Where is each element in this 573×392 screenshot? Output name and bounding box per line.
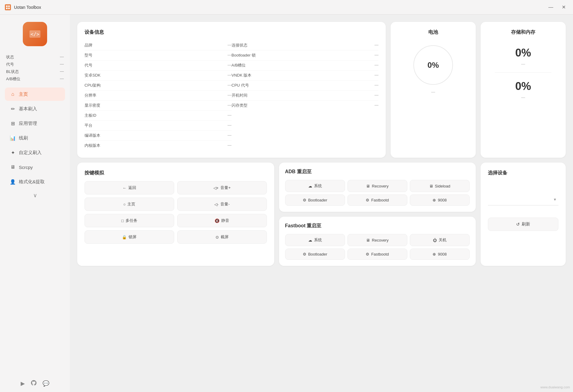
home-icon: ⌂ [10, 91, 16, 97]
sidebar-item-home[interactable]: ⌂ 主页 [5, 88, 65, 101]
fastboot-reboot-9008-button[interactable]: ⊕ 9008 [410, 249, 470, 260]
key-grid: ← 返回 ◁+ 音量+ ○ 主页 ◁- 音量- [85, 181, 267, 244]
status-label: 状态 [6, 54, 14, 60]
fastboot-reboot-recovery-button[interactable]: 🖥 Recovery [347, 234, 407, 246]
battery-percent: 0% [413, 45, 453, 85]
apps-icon: ⊞ [10, 120, 16, 126]
key-mute-button[interactable]: 🔇 静音 [177, 214, 267, 227]
info-row-ab-slot: A/B槽位 — [232, 60, 379, 70]
device-info-grid: 品牌 — 型号 — 代号 — 安卓SDK — [85, 40, 378, 150]
info-row-density: 显示密度 — [85, 101, 232, 111]
screenshot-icon: ⊙ [216, 235, 219, 239]
device-info-right-col: 连接状态 — Bootloader 锁 — A/B槽位 — VNDK 版本 [232, 40, 379, 150]
sidebar-item-apps[interactable]: ⊞ 应用管理 [5, 117, 65, 130]
ab-value: — [60, 76, 64, 82]
sidebar-item-custom[interactable]: ✦ 自定义刷入 [5, 146, 65, 159]
info-row-uptime: 开机时间 — [232, 91, 379, 101]
sidebar-item-scrcpy[interactable]: 🖥 Scrcpy [5, 160, 65, 174]
ab-label: A/B槽位 [6, 76, 20, 82]
info-row-sdk: 安卓SDK — [85, 70, 232, 81]
svg-rect-0 [6, 5, 8, 7]
bottom-row: 按键模拟 ← 返回 ◁+ 音量+ ○ 主页 ◁- [77, 163, 566, 266]
adb-reboot-recovery-button[interactable]: 🖥 Recovery [347, 180, 407, 192]
refresh-button[interactable]: ↺ 刷新 [488, 218, 558, 231]
info-row-brand: 品牌 — [85, 40, 232, 50]
info-row-build: 编译版本 — [85, 131, 232, 141]
key-home-button[interactable]: ○ 主页 [85, 198, 174, 211]
nav-format-label: 格式化&提取 [19, 179, 45, 185]
device-info-left-col: 品牌 — 型号 — 代号 — 安卓SDK — [85, 40, 232, 150]
mute-icon: 🔇 [215, 218, 219, 223]
fastboot-reboot-fastbootd-button[interactable]: ⚙ Fastbootd [347, 249, 407, 260]
nav-scrcpy-label: Scrcpy [19, 165, 33, 170]
key-back-button[interactable]: ← 返回 [85, 181, 174, 194]
nav-lineflash-label: 线刷 [19, 135, 28, 141]
adb-reboot-card: ADB 重启至 ☁ 系统 🖥 Recovery 🖥 Sideload [279, 163, 476, 212]
sidebar-info: 状态 — 代号 — BL状态 — A/B槽位 — [5, 53, 65, 83]
info-row-platform: 平台 — [85, 121, 232, 131]
svg-text:</>: </> [31, 31, 40, 37]
flash-icon: ✏ [10, 106, 16, 112]
nav-home-label: 主页 [19, 91, 28, 97]
adb-reboot-sideload-button[interactable]: 🖥 Sideload [410, 180, 470, 192]
gear-9008-icon: ⊕ [433, 198, 436, 202]
title-bar-controls: — ✕ [546, 3, 568, 11]
fastboot-reboot-bootloader-button[interactable]: ⚙ Bootloader [285, 249, 345, 260]
key-lock-button[interactable]: 🔒 锁屏 [85, 230, 174, 244]
sidebar-item-lineflash[interactable]: 📊 线刷 [5, 131, 65, 145]
lock-icon: 🔒 [122, 235, 127, 239]
adb-reboot-9008-button[interactable]: ⊕ 9008 [410, 194, 470, 206]
chat-icon[interactable]: 💬 [43, 380, 49, 387]
device-select[interactable] [488, 196, 558, 205]
gear-9008-fb-icon: ⊕ [433, 252, 436, 256]
nav-custom-label: 自定义刷入 [19, 150, 42, 156]
sidebar-item-flash[interactable]: ✏ 基本刷入 [5, 102, 65, 115]
storage-card: 存储和内存 0% — 0% — [481, 22, 566, 158]
sidebar-item-format[interactable]: 👤 格式化&提取 [5, 175, 65, 188]
bl-label: BL状态 [6, 69, 19, 74]
status-value: — [60, 54, 64, 60]
sidebar-info-row-bl: BL状态 — [5, 68, 65, 75]
close-button[interactable]: ✕ [559, 3, 568, 11]
info-row-cpu-arch: CPU架构 — [85, 81, 232, 91]
key-simulation-title: 按键模拟 [85, 170, 267, 176]
monitor-code-icon: 🖥 [429, 184, 433, 188]
storage-separator [495, 72, 551, 73]
info-row-board: 主板ID — [85, 111, 232, 121]
fastboot-reboot-poweroff-button[interactable]: ⏻ 关机 [410, 234, 470, 246]
video-icon[interactable]: ▶ [21, 380, 25, 387]
adb-reboot-system-button[interactable]: ☁ 系统 [285, 180, 345, 192]
nav-flash-label: 基本刷入 [19, 106, 37, 112]
key-vol-down-button[interactable]: ◁- 音量- [177, 198, 267, 211]
app-icon [5, 4, 11, 10]
sidebar-info-row-ab: A/B槽位 — [5, 75, 65, 83]
svg-rect-1 [8, 5, 10, 7]
key-simulation-card: 按键模拟 ← 返回 ◁+ 音量+ ○ 主页 ◁- [77, 163, 274, 266]
gear-bl-icon: ⚙ [303, 252, 306, 256]
minimize-button[interactable]: — [546, 3, 556, 11]
bl-value: — [60, 69, 64, 74]
github-icon[interactable] [31, 380, 36, 387]
storage-percent1: 0% [515, 46, 531, 59]
monitor-icon: 🖥 [366, 184, 370, 188]
app-layout: </> 状态 — 代号 — BL状态 — A/B槽位 — ⌂ [0, 15, 573, 392]
gear-fbd-icon: ⚙ [366, 252, 369, 256]
cloud-system-icon: ☁ [308, 238, 312, 242]
adb-reboot-bootloader-button[interactable]: ⚙ Bootloader [285, 194, 345, 206]
codename-label: 代号 [6, 62, 14, 67]
format-icon: 👤 [10, 179, 16, 185]
sidebar-more[interactable]: ∨ [5, 190, 65, 201]
adb-reboot-fastbootd-button[interactable]: ⚙ Fastbootd [347, 194, 407, 206]
svg-rect-2 [6, 8, 8, 9]
info-row-codename: 代号 — [85, 60, 232, 70]
sidebar-info-row-status: 状态 — [5, 53, 65, 61]
sidebar-footer: ▶ 💬 [21, 380, 49, 387]
sidebar: </> 状态 — 代号 — BL状态 — A/B槽位 — ⌂ [0, 15, 70, 392]
select-device-title: 选择设备 [488, 170, 558, 176]
fastboot-reboot-system-button[interactable]: ☁ 系统 [285, 234, 345, 246]
key-vol-up-button[interactable]: ◁+ 音量+ [177, 181, 267, 194]
power-icon: ⏻ [433, 238, 437, 242]
key-screenshot-button[interactable]: ⊙ 截屏 [177, 230, 267, 244]
fastboot-reboot-title: Fastboot 重启至 [285, 223, 470, 229]
key-multitask-button[interactable]: □ 多任务 [85, 214, 174, 227]
